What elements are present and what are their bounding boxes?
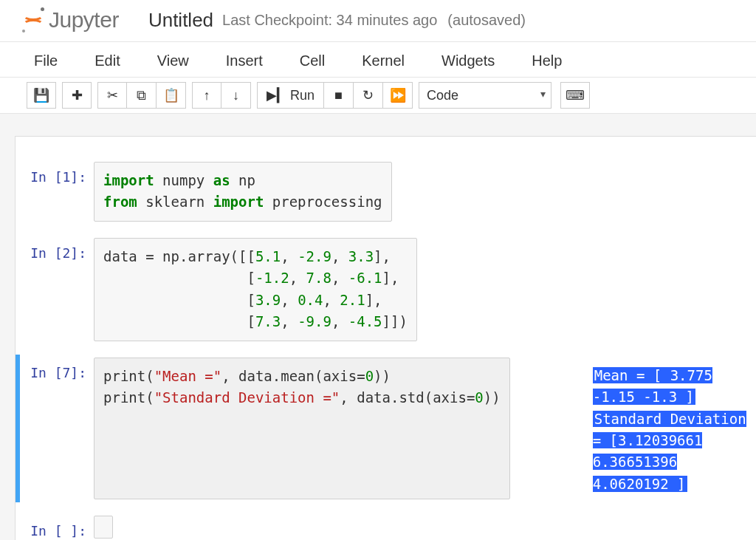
notebook-inner: In [1]:import numpy as np from sklearn i… xyxy=(15,136,756,540)
scissors-icon: ✂ xyxy=(107,87,118,103)
restart-button[interactable]: ↻ xyxy=(354,82,383,109)
code-cell[interactable]: In [ ]: xyxy=(16,513,756,540)
copy-icon: ⧉ xyxy=(137,88,146,103)
menu-kernel[interactable]: Kernel xyxy=(354,45,419,77)
restart-run-all-button[interactable]: ⏩ xyxy=(383,82,413,109)
cut-button[interactable]: ✂ xyxy=(97,82,127,109)
run-label: Run xyxy=(290,88,315,103)
code-cell[interactable]: In [2]:data = np.array([[5.1, -2.9, 3.3]… xyxy=(16,235,756,344)
tool-bar: 💾 ✚ ✂ ⧉ 📋 ↑ ↓ ▶▎ Run ■ ↻ ⏩ Code ⌨ xyxy=(0,78,756,114)
jupyter-logo[interactable]: Jupyter xyxy=(22,7,119,33)
menu-bar: File Edit View Insert Cell Kernel Widget… xyxy=(0,42,756,78)
menu-help[interactable]: Help xyxy=(524,45,577,77)
copy-button[interactable]: ⧉ xyxy=(127,82,157,109)
code-cell[interactable]: In [7]:print("Mean =", data.mean(axis=0)… xyxy=(16,355,756,503)
menu-file[interactable]: File xyxy=(27,45,72,77)
paste-icon: 📋 xyxy=(163,87,179,103)
move-up-button[interactable]: ↑ xyxy=(192,82,221,109)
menu-view[interactable]: View xyxy=(150,45,204,77)
add-cell-button[interactable]: ✚ xyxy=(62,82,92,109)
menu-widgets[interactable]: Widgets xyxy=(434,45,509,77)
save-icon: 💾 xyxy=(33,87,49,103)
command-palette-button[interactable]: ⌨ xyxy=(560,82,590,109)
checkpoint-status: Last Checkpoint: 34 minutes ago xyxy=(222,12,437,29)
input-prompt: In [1]: xyxy=(20,162,94,222)
header-bar: Jupyter Untitled Last Checkpoint: 34 min… xyxy=(0,0,756,42)
interrupt-button[interactable]: ■ xyxy=(324,82,354,109)
keyboard-icon: ⌨ xyxy=(566,87,585,103)
code-input[interactable]: print("Mean =", data.mean(axis=0)) print… xyxy=(94,358,510,500)
stop-icon: ■ xyxy=(334,88,343,103)
plus-icon: ✚ xyxy=(72,87,83,103)
autosave-status: (autosaved) xyxy=(447,12,526,29)
code-cell[interactable]: In [1]:import numpy as np from sklearn i… xyxy=(16,159,756,225)
output-text-selected: Mean = [ 3.775 -1.15 -1.3 ] xyxy=(593,367,712,405)
input-prompt: In [2]: xyxy=(20,238,94,341)
menu-insert[interactable]: Insert xyxy=(219,45,278,77)
arrow-down-icon: ↓ xyxy=(233,88,239,103)
code-input[interactable] xyxy=(94,516,113,539)
move-down-button[interactable]: ↓ xyxy=(221,82,251,109)
output-prompt xyxy=(510,358,584,500)
code-input[interactable]: import numpy as np from sklearn import p… xyxy=(94,162,392,222)
cell-output: Mean = [ 3.775 -1.15 -1.3 ]Standard Devi… xyxy=(584,358,756,500)
notebook-container: In [1]:import numpy as np from sklearn i… xyxy=(0,114,756,540)
cell-type-select[interactable]: Code xyxy=(419,82,551,109)
arrow-up-icon: ↑ xyxy=(204,88,210,103)
jupyter-logo-text: Jupyter xyxy=(49,7,119,33)
save-button[interactable]: 💾 xyxy=(27,82,56,109)
input-prompt: In [7]: xyxy=(20,358,94,500)
menu-cell[interactable]: Cell xyxy=(292,45,340,77)
fast-forward-icon: ⏩ xyxy=(390,87,406,103)
input-prompt: In [ ]: xyxy=(20,516,94,539)
notebook-title[interactable]: Untitled xyxy=(148,9,213,32)
jupyter-logo-icon xyxy=(22,7,44,33)
output-text-selected: Standard Deviation = [3.12039661 6.36651… xyxy=(593,411,746,492)
run-button[interactable]: ▶▎ Run xyxy=(257,82,324,109)
menu-edit[interactable]: Edit xyxy=(87,45,134,77)
code-input[interactable]: data = np.array([[5.1, -2.9, 3.3], [-1.2… xyxy=(94,238,417,341)
restart-icon: ↻ xyxy=(362,87,374,103)
run-icon: ▶▎ xyxy=(267,87,287,103)
paste-button[interactable]: 📋 xyxy=(157,82,186,109)
